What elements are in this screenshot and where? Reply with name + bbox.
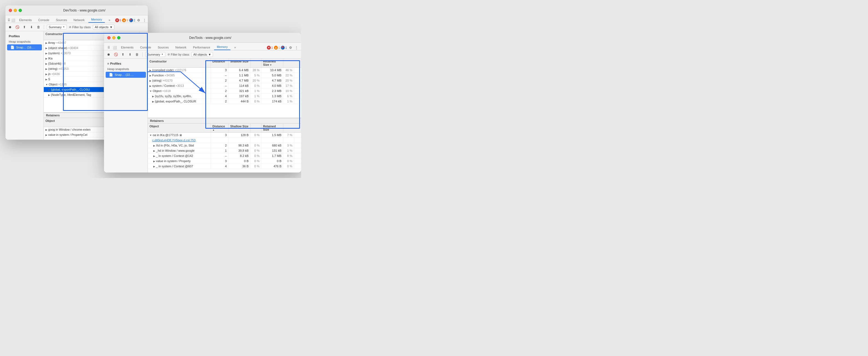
tree-arrow[interactable]: ▶ [48,88,50,91]
tree-arrow[interactable]: ▶ [150,80,151,82]
stop-icon-2[interactable]: 🚫 [113,52,118,57]
sidebar-snapshot-1[interactable]: 📄 Snap… (16.… [7,44,42,50]
table-row[interactable]: ▶ (compiled code) ×107176 3 6.4 MB 28 % … [148,68,301,73]
tab-memory-1[interactable]: Memory [88,17,105,23]
tree-arrow[interactable]: ▶ [150,74,151,77]
table-row[interactable]: ▶ {global, exportPath_, CLOSUR 2 444 B 0… [148,99,301,104]
download-icon-2[interactable]: ⬇ [128,52,132,57]
tab-console-2[interactable]: Console [137,44,154,50]
minimize-button-2[interactable] [112,36,116,39]
table-row[interactable]: ▶ value in system / Property 3 0 B 0 % 0… [148,158,301,164]
minimize-button-1[interactable] [14,9,17,12]
tab-memory-2[interactable]: Memory [214,44,230,50]
tree-arrow[interactable]: ▶ [45,134,48,137]
more-icon-1[interactable]: ⋮ [142,18,147,23]
tab-network-1[interactable]: Network [71,17,87,23]
table-row[interactable]: ▼ Object ×1618 2 321 kB 1 % 2.3 MB 10 % [148,88,301,94]
more-icon-2[interactable]: ⋮ [294,45,299,50]
cell-link[interactable]: c,dtl0nd,eHDfl,YV5bee,d,csi:753 [148,138,211,143]
garbage-icon-2[interactable]: 🗑 [135,52,140,57]
summary-dropdown-2[interactable]: Summary ▼ [145,52,165,57]
settings-icon-2[interactable]: ⚙ [288,45,293,50]
maximize-button-1[interactable] [19,9,22,12]
tree-arrow[interactable]: ▶ [153,160,155,163]
tab-sources-2[interactable]: Sources [155,44,172,50]
customize-icon-2[interactable]: ⠿ [106,45,111,50]
customize-icon[interactable]: ⠿ [8,18,10,23]
cell-retained: 680 kB [261,143,283,148]
cell-rpct: 7 % [283,132,294,138]
stop-icon-1[interactable]: 🚫 [15,25,20,30]
table-row[interactable]: ▶ _hd in Window / www.google 1 39.8 kB 0… [148,148,301,153]
tree-arrow[interactable]: ▶ [153,144,155,147]
garbage-icon-1[interactable]: 🗑 [36,25,41,30]
tree-arrow[interactable]: ▶ [153,165,155,168]
tab-sources-1[interactable]: Sources [53,17,69,23]
record-icon-1[interactable]: ⏺ [8,25,12,30]
ret2-col-distance[interactable]: Distance [211,123,228,132]
tree-arrow[interactable]: ▶ [48,94,50,96]
col-shallow-2: Shallow Size [228,59,250,67]
filter-btn-1[interactable]: ⊘ Filter by class [69,26,91,29]
all-objects-btn-2[interactable]: All objects ▼ [191,52,213,57]
tab-more-1[interactable]: » [106,17,113,23]
tree-arrow[interactable]: ▶ [45,78,48,81]
tree-arrow[interactable]: ▶ [45,47,48,50]
upload-icon-2[interactable]: ⬆ [120,52,125,57]
tab-elements-1[interactable]: Elements [17,17,34,23]
all-objects-btn-1[interactable]: All objects ▼ [93,25,115,30]
table-row[interactable]: ▼ oa in lKa @177115 🖥 3 128 B 0 % 1.5 MB… [148,132,301,138]
sidebar-snapshot-2[interactable]: 📄 Snap… (22.… [106,72,146,78]
tree-arrow[interactable]: ▶ [152,95,154,98]
ret2-col-spct [250,123,261,132]
device-icon-2[interactable]: ⬜ [112,45,117,50]
tab-network-2[interactable]: Network [173,44,189,50]
cell-spct: 0 % [250,143,261,148]
tree-arrow[interactable]: ▶ [45,52,48,55]
tree-arrow[interactable]: ▶ [45,68,48,70]
cell-shallow: 0 B [228,158,250,164]
close-button-1[interactable] [9,9,12,12]
tab-performance-2[interactable]: Performance [190,44,213,50]
cell-spct: 0 % [250,148,261,153]
tree-arrow[interactable]: ▶ [150,85,151,87]
tab-more-2[interactable]: » [231,44,239,50]
settings-icon-1[interactable]: ⚙ [136,18,141,23]
table-row[interactable]: ▶ Xd in {F0c, H0a, VC, jo, Sbd 2 98.3 kB… [148,143,301,148]
device-icon[interactable]: ⬜ [11,18,15,23]
warning-badge-2: ▲ 1 [274,46,280,50]
retainer-link[interactable]: c,dtl0nd,eHDfl,YV5bee,d,csi:753 [152,139,195,142]
summary-dropdown-1[interactable]: Summary ▼ [47,25,67,30]
cell-retained-pct: 17 % [283,83,294,88]
tree-arrow[interactable]: ▼ [45,83,48,86]
tree-arrow[interactable]: ▶ [152,100,154,103]
tab-elements-2[interactable]: Elements [118,44,136,50]
maximize-button-2[interactable] [117,36,120,39]
tree-arrow[interactable]: ▶ [45,73,48,76]
tree-arrow[interactable]: ▶ [45,57,48,60]
close-button-2[interactable] [107,36,111,39]
cell-retained: 10.4 MB [261,68,283,72]
table-row[interactable]: ▶ {sy1fu, sy2ly, sy39n, sy4fm, 4 197 kB … [148,94,301,99]
table-row[interactable]: ▶ _ in system / Context @607 4 36 B 0 % … [148,164,301,169]
tree-arrow[interactable]: ▶ [45,62,48,65]
cell-distance: 2 [211,143,228,148]
tree-arrow[interactable]: ▶ [45,41,48,44]
table-row[interactable]: ▶ Function ×34385 – 1.1 MB 5 % 5.0 MB 22… [148,73,301,78]
record-icon-2[interactable]: ⏺ [106,52,111,57]
table-row[interactable]: ▶ _ in system / Context @142 – 8.2 kB 0 … [148,153,301,158]
table-row[interactable]: ▶ (string) ×43170 2 4.7 MB 20 % 4.7 MB 2… [148,78,301,83]
ret2-col-rpct [283,123,294,132]
tree-arrow[interactable]: ▶ [153,155,155,157]
col-retained-2[interactable]: Retained Size [261,59,283,67]
filter-btn-2[interactable]: ⊘ Filter by class [167,53,189,56]
upload-icon-1[interactable]: ⬆ [22,25,27,30]
tree-arrow[interactable]: ▼ [150,90,152,93]
table-row[interactable]: ▶ system / Context ×3013 – 114 kB 0 % 4.… [148,83,301,88]
tree-arrow[interactable]: ▶ [45,128,48,131]
tree-arrow[interactable]: ▶ [150,69,151,72]
tab-console-1[interactable]: Console [36,17,52,23]
download-icon-1[interactable]: ⬇ [29,25,34,30]
tree-arrow[interactable]: ▼ [150,134,152,137]
tree-arrow[interactable]: ▶ [153,150,155,152]
